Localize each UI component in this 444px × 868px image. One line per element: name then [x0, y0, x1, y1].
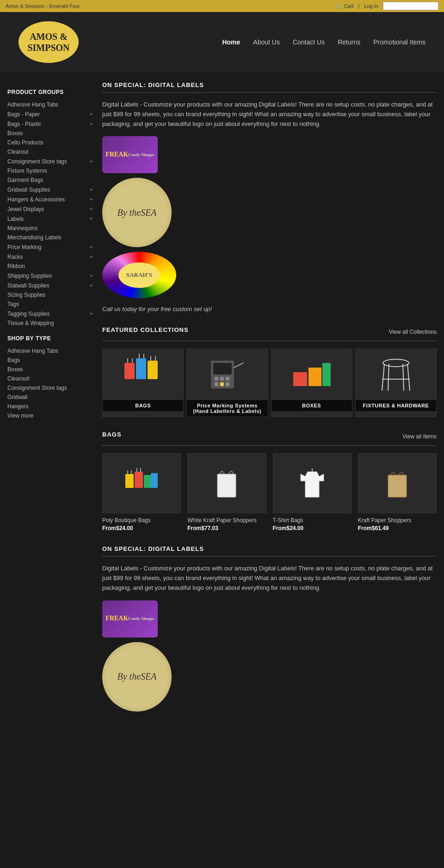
svg-rect-0 [124, 363, 135, 379]
product-white-kraft[interactable]: White Kraft Paper Shoppers From$77.03 [187, 453, 266, 531]
content-area: ON SPECIAL: DIGITAL LABELS Digital Label… [102, 81, 437, 719]
sidebar: PRODUCT GROUPS Adhesive Hang Tabs Bags -… [7, 81, 93, 719]
top-bar-right: 🛒 Cart | Log In [336, 2, 438, 10]
sidebar-item-gridwall[interactable]: Gridwall Supplies+ [7, 185, 93, 194]
svg-rect-27 [125, 474, 134, 488]
special-section-text: Digital Labels - Customize your products… [102, 100, 437, 129]
bags-section: BAGS View all Items [102, 431, 437, 531]
svg-line-23 [407, 364, 410, 391]
collection-fixtures[interactable]: FIXTURES & HARDWARE [355, 349, 437, 417]
svg-rect-18 [293, 372, 307, 386]
svg-line-24 [388, 364, 389, 391]
svg-rect-28 [135, 472, 143, 488]
collection-boxes-label: BOXES [271, 400, 352, 411]
svg-rect-12 [220, 377, 224, 381]
sidebar-item-mannequins[interactable]: Mannequins [7, 224, 93, 233]
sidebar-item-tissue[interactable]: Tissue & Wrapping [7, 318, 93, 328]
view-all-items-link[interactable]: View all Items [402, 433, 437, 440]
main-content: PRODUCT GROUPS Adhesive Hang Tabs Bags -… [0, 72, 444, 728]
header: AMOS & SIMPSON Home About Us Contact Us … [0, 12, 444, 72]
featured-collections-title: FEATURED COLLECTIONS [102, 326, 189, 333]
product-poly-boutique[interactable]: Poly Boutique Bags From$24.00 [102, 453, 181, 531]
svg-line-25 [403, 364, 404, 391]
type-hangers[interactable]: Hangers [7, 402, 93, 411]
label-images: FREAKCandy Shoppe By the SEA SARAH'S [102, 136, 437, 298]
separator: | [358, 3, 360, 9]
sidebar-item-jewel[interactable]: Jewel Displays+ [7, 204, 93, 214]
bottom-special-section: ON SPECIAL: DIGITAL LABELS Digital Label… [102, 545, 437, 711]
product-tshirt-bags[interactable]: T-Shirt Bags From$24.00 [273, 453, 352, 531]
svg-rect-10 [213, 363, 232, 375]
sidebar-item-fixture-systems[interactable]: Fixture Systems [7, 166, 93, 175]
sidebar-item-racks[interactable]: Racks+ [7, 252, 93, 262]
sidebar-item-bags-paper[interactable]: Bags - Paper+ [7, 109, 93, 119]
nav-promotional[interactable]: Promotional Items [373, 38, 426, 46]
products-grid: Poly Boutique Bags From$24.00 White [102, 453, 437, 531]
sidebar-item-slatwall[interactable]: Slatwall Supplies+ [7, 281, 93, 290]
collection-price-img [187, 349, 267, 400]
nav-returns[interactable]: Returns [338, 38, 360, 46]
sidebar-item-clearout[interactable]: Clearout [7, 147, 93, 156]
sidebar-item-merch-labels[interactable]: Merchandising Labels [7, 233, 93, 242]
cart-link[interactable]: 🛒 Cart [336, 3, 354, 9]
type-clearout[interactable]: Clearout! [7, 374, 93, 383]
bottom-special-text: Digital Labels - Customize your products… [102, 564, 437, 593]
sidebar-item-garment-bags[interactable]: Garment Bags [7, 175, 93, 185]
collection-bags[interactable]: BAGS [102, 349, 184, 417]
search-input[interactable] [383, 2, 438, 10]
site-name: Amos & Simpson - Emerald Four [6, 3, 80, 9]
sidebar-item-shipping[interactable]: Shipping Supplies+ [7, 271, 93, 281]
product-tshirt-img [273, 453, 352, 513]
product-kraft-shoppers-name: Kraft Paper Shoppers [358, 517, 437, 524]
type-bags[interactable]: Bags [7, 356, 93, 365]
sidebar-item-price-marking[interactable]: Price Marking+ [7, 242, 93, 252]
nav-contact[interactable]: Contact Us [293, 38, 325, 46]
nav-about[interactable]: About Us [253, 38, 280, 46]
sidebar-item-adhesive-hang-tabs[interactable]: Adhesive Hang Tabs [7, 100, 93, 109]
svg-rect-14 [215, 382, 218, 386]
product-tshirt-name: T-Shirt Bags [273, 517, 352, 524]
type-gridwall[interactable]: Gridwall [7, 393, 93, 402]
sidebar-item-sizing[interactable]: Sizing Supplies [7, 290, 93, 300]
sidebar-item-hangers[interactable]: Hangers & Accessories+ [7, 194, 93, 204]
logo[interactable]: AMOS & SIMPSON [18, 21, 79, 63]
collection-price-label: Price Marking Systems (Hand Labellers & … [187, 400, 267, 417]
product-white-kraft-name: White Kraft Paper Shoppers [187, 517, 266, 524]
svg-rect-30 [151, 473, 158, 488]
type-boxes[interactable]: Boxes [7, 365, 93, 374]
svg-rect-15 [220, 382, 224, 386]
type-view-more[interactable]: View more [7, 411, 93, 420]
bags-section-title: BAGS [102, 431, 122, 438]
main-nav: Home About Us Contact Us Returns Promoti… [222, 38, 426, 46]
sidebar-item-tags[interactable]: Tags [7, 300, 93, 309]
view-all-collections-link[interactable]: View all Collections [389, 329, 437, 335]
collection-boxes-img [271, 349, 352, 400]
login-link[interactable]: Log In [364, 3, 378, 9]
sidebar-item-cello[interactable]: Cello Products [7, 138, 93, 147]
svg-rect-1 [136, 358, 146, 379]
collection-bags-label: BAGS [103, 400, 183, 411]
collections-grid: BAGS [102, 349, 437, 417]
special-section: ON SPECIAL: DIGITAL LABELS Digital Label… [102, 81, 437, 312]
product-white-kraft-img [187, 453, 266, 513]
product-kraft-shoppers[interactable]: Kraft Paper Shoppers From$61.49 [358, 453, 437, 531]
svg-line-22 [382, 364, 384, 391]
nav-home[interactable]: Home [222, 38, 240, 46]
sidebar-item-boxes[interactable]: Boxes [7, 129, 93, 138]
type-adhesive[interactable]: Adhesive Hang Tabs [7, 346, 93, 356]
sidebar-item-tagging[interactable]: Tagging Supplies+ [7, 309, 93, 318]
collection-price-marking[interactable]: Price Marking Systems (Hand Labellers & … [186, 349, 268, 417]
svg-line-17 [234, 363, 243, 368]
svg-rect-16 [226, 382, 229, 386]
sidebar-item-ribbon[interactable]: Ribbon [7, 262, 93, 271]
logo-text: AMOS & SIMPSON [27, 31, 69, 53]
sidebar-item-bags-plastic[interactable]: Bags - Plastic+ [7, 119, 93, 129]
type-consignment[interactable]: Consignment Store tags [7, 383, 93, 393]
collection-boxes[interactable]: BOXES [271, 349, 352, 417]
svg-rect-2 [148, 361, 158, 379]
sidebar-item-labels[interactable]: Labels+ [7, 214, 93, 224]
collection-fixtures-img [356, 349, 436, 400]
bottom-sea-label: By the SEA [102, 642, 172, 712]
collections-header: FEATURED COLLECTIONS View all Collection… [102, 326, 437, 337]
sidebar-item-consignment[interactable]: Consignment Store tags+ [7, 156, 93, 166]
